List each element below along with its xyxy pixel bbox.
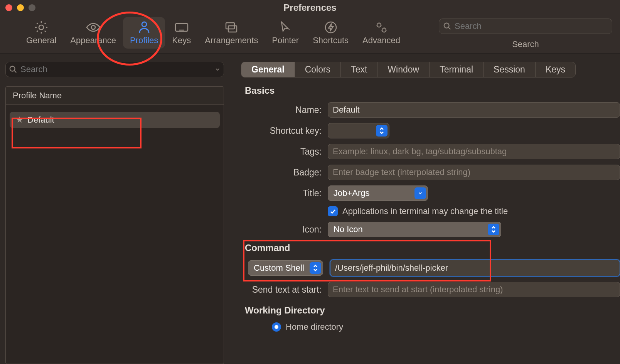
- tags-label: Tags:: [245, 147, 328, 157]
- svg-point-9: [444, 23, 449, 28]
- name-field[interactable]: [328, 102, 620, 118]
- subtab-colors[interactable]: Colors: [295, 62, 341, 78]
- tab-profiles[interactable]: Profiles: [123, 17, 165, 49]
- svg-point-2: [142, 22, 147, 27]
- subtab-terminal[interactable]: Terminal: [429, 62, 484, 78]
- titlebar: Preferences: [0, 0, 620, 15]
- cursor-icon: [278, 19, 293, 35]
- home-directory-radio[interactable]: [272, 322, 281, 332]
- chevron-down-icon[interactable]: [214, 66, 221, 73]
- preferences-toolbar: General Appearance Profiles Keys Arrange…: [0, 15, 620, 54]
- sidebar-search-field[interactable]: [5, 62, 224, 77]
- svg-point-6: [325, 22, 336, 33]
- name-label: Name:: [245, 105, 328, 115]
- title-select-value: Job+Args: [334, 188, 370, 198]
- badge-field[interactable]: [328, 165, 620, 180]
- tab-arrangements[interactable]: Arrangements: [198, 17, 265, 49]
- gear-icon: [34, 19, 49, 35]
- profile-row-default[interactable]: ★ Default: [10, 112, 220, 128]
- send-text-field[interactable]: [328, 282, 620, 297]
- icon-select[interactable]: No Icon: [328, 222, 501, 237]
- tab-pointer-label: Pointer: [272, 35, 299, 46]
- tab-advanced[interactable]: Advanced: [355, 17, 407, 49]
- command-heading: Command: [245, 243, 620, 253]
- shortcut-key-field[interactable]: [328, 123, 389, 138]
- tab-advanced-label: Advanced: [362, 35, 400, 46]
- send-text-label: Send text at start:: [245, 285, 328, 295]
- shell-type-value: Custom Shell: [254, 263, 304, 273]
- keyboard-icon: [174, 19, 189, 35]
- basics-heading: Basics: [245, 85, 620, 96]
- title-label: Title:: [245, 188, 328, 199]
- stepper-icon: [310, 262, 321, 274]
- tab-appearance[interactable]: Appearance: [63, 17, 123, 49]
- title-select[interactable]: Job+Args: [328, 185, 428, 201]
- tab-profiles-label: Profiles: [130, 35, 158, 46]
- eye-icon: [86, 19, 101, 35]
- tags-field[interactable]: [328, 144, 620, 159]
- icon-select-value: No Icon: [334, 224, 363, 234]
- send-text-input[interactable]: [333, 285, 615, 295]
- apps-change-title-checkbox[interactable]: [328, 206, 338, 216]
- toolbar-search-label: Search: [439, 39, 612, 49]
- name-input[interactable]: [333, 105, 615, 115]
- tab-shortcuts-label: Shortcuts: [313, 35, 349, 46]
- subtab-text[interactable]: Text: [340, 62, 377, 78]
- tags-input[interactable]: [333, 147, 615, 157]
- subtab-window[interactable]: Window: [377, 62, 430, 78]
- working-dir-heading: Working Directory: [245, 305, 620, 316]
- tab-shortcuts[interactable]: Shortcuts: [306, 17, 355, 49]
- profile-list-header: Profile Name: [6, 87, 224, 105]
- search-icon: [443, 22, 452, 30]
- svg-point-0: [39, 25, 44, 30]
- svg-point-8: [382, 28, 386, 32]
- shell-type-select[interactable]: Custom Shell: [248, 260, 323, 276]
- subtab-keys[interactable]: Keys: [535, 62, 576, 78]
- stepper-icon: [488, 224, 499, 235]
- tab-general[interactable]: General: [19, 17, 63, 49]
- windows-icon: [224, 19, 239, 35]
- tab-general-label: General: [26, 35, 56, 46]
- badge-label: Badge:: [245, 167, 328, 178]
- profile-row-label: Default: [27, 115, 54, 125]
- svg-point-10: [10, 66, 15, 71]
- svg-point-7: [377, 23, 381, 27]
- tab-pointer[interactable]: Pointer: [265, 17, 306, 49]
- tab-keys-label: Keys: [172, 35, 191, 46]
- apps-change-title-label: Applications in terminal may change the …: [342, 206, 508, 216]
- subtab-general[interactable]: General: [241, 62, 295, 78]
- badge-input[interactable]: [333, 167, 615, 177]
- tab-arrangements-label: Arrangements: [205, 35, 258, 46]
- chevron-down-icon: [414, 187, 426, 199]
- search-icon: [9, 65, 17, 74]
- profile-detail-pane: General Colors Text Window Terminal Sess…: [229, 54, 620, 364]
- shortcut-label: Shortcut key:: [245, 126, 328, 136]
- sidebar-search-input[interactable]: [20, 64, 214, 74]
- subtab-session[interactable]: Session: [483, 62, 536, 78]
- shell-path-field[interactable]: [330, 260, 620, 276]
- person-icon: [136, 19, 152, 35]
- profile-subtabs: General Colors Text Window Terminal Sess…: [241, 62, 620, 78]
- toolbar-search-field[interactable]: [439, 19, 612, 34]
- bolt-icon: [323, 19, 339, 35]
- gears-icon: [374, 19, 389, 35]
- tab-keys[interactable]: Keys: [165, 17, 198, 49]
- svg-point-1: [91, 25, 95, 29]
- star-icon: ★: [16, 115, 24, 125]
- profiles-sidebar: Profile Name ★ Default: [0, 54, 229, 364]
- profile-list-panel: Profile Name ★ Default: [5, 86, 224, 364]
- home-directory-label: Home directory: [286, 322, 343, 332]
- stepper-icon[interactable]: [376, 125, 388, 136]
- icon-label: Icon:: [245, 224, 328, 235]
- tab-appearance-label: Appearance: [70, 35, 116, 46]
- shell-path-input[interactable]: [335, 263, 615, 273]
- window-title: Preferences: [0, 2, 620, 13]
- toolbar-search-input[interactable]: [455, 21, 608, 31]
